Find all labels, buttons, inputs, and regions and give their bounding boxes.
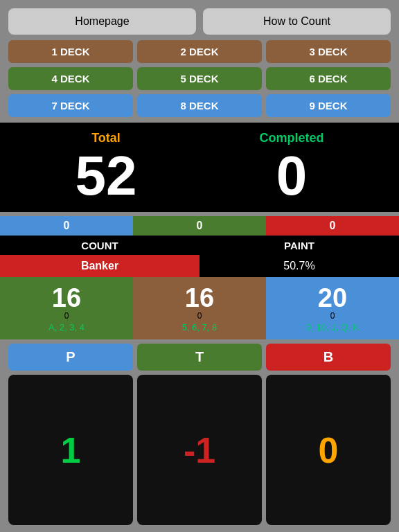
homepage-button[interactable]: Homepage [8,8,196,35]
result-box: -1 [137,375,262,525]
completed-label: Completed [259,131,323,145]
result-value: 1 [61,429,81,471]
ptb-button-t[interactable]: T [137,344,262,371]
label-row: COUNT PAINT [0,236,399,255]
result-value: -1 [184,429,215,471]
deck-button[interactable]: 5 DECK [137,67,262,90]
card-range: A, 2, 3, 4 [48,322,85,332]
card-range: 9, 10, J, Q, K [306,322,359,332]
card-boxes: 16 0 A, 2, 3, 4 16 0 5, 6, 7, 8 20 0 9, … [0,277,399,339]
card-num: 20 [318,285,347,311]
total-block: Total 52 [76,131,137,204]
card-sub: 0 [197,311,202,321]
deck-button[interactable]: 1 DECK [8,40,133,63]
card-num: 16 [185,285,214,311]
card-num: 16 [52,285,81,311]
ptb-button-p[interactable]: P [8,344,133,371]
result-value: 0 [319,429,339,471]
count-cell-2: 0 [266,216,399,236]
deck-grid: 1 DECK2 DECK3 DECK4 DECK5 DECK6 DECK7 DE… [0,40,399,123]
card-sub: 0 [64,311,69,321]
ptb-row: PTB [0,339,399,375]
how-to-count-button[interactable]: How to Count [203,8,391,35]
result-box: 0 [266,375,391,525]
banker-row: Banker 50.7% [0,255,399,277]
deck-button[interactable]: 7 DECK [8,94,133,117]
count-label: COUNT [0,236,200,255]
completed-value: 0 [276,148,308,204]
score-area: Total 52 Completed 0 [0,123,399,212]
deck-button[interactable]: 9 DECK [266,94,391,117]
deck-button[interactable]: 4 DECK [8,67,133,90]
result-box: 1 [8,375,133,525]
top-nav: Homepage How to Count [0,0,399,40]
banker-pct: 50.7% [200,255,399,277]
paint-label: PAINT [200,236,399,255]
card-box: 20 0 9, 10, J, Q, K [266,277,399,339]
deck-button[interactable]: 3 DECK [266,40,391,63]
deck-button[interactable]: 6 DECK [266,67,391,90]
card-sub: 0 [330,311,335,321]
banker-label: Banker [0,255,200,277]
completed-block: Completed 0 [259,131,323,204]
count-cell-0: 0 [0,216,133,236]
card-box: 16 0 A, 2, 3, 4 [0,277,133,339]
count-paint-row: 0 0 0 [0,216,399,236]
ptb-button-b[interactable]: B [266,344,391,371]
deck-button[interactable]: 8 DECK [137,94,262,117]
result-row: 1-10 [0,375,399,532]
card-range: 5, 6, 7, 8 [182,322,218,332]
card-box: 16 0 5, 6, 7, 8 [133,277,266,339]
total-label: Total [91,131,121,145]
deck-button[interactable]: 2 DECK [137,40,262,63]
count-cell-1: 0 [133,216,266,236]
total-value: 52 [76,148,137,204]
